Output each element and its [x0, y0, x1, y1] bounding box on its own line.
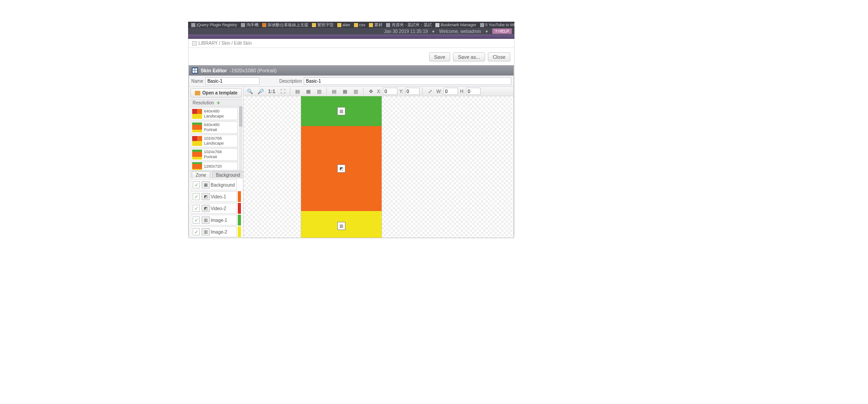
resolution-label: 640x480Landscape [204, 109, 224, 119]
breadcrumb: LIBRARY / Skin / Edit Skin [189, 39, 514, 48]
image-zone-icon: ▥ [337, 222, 345, 230]
bookmark-item[interactable]: css [353, 23, 367, 27]
zone-label: Image-1 [211, 218, 227, 223]
zone-visibility-checkbox[interactable] [193, 205, 200, 212]
zone-type-icon: ▥ [202, 228, 210, 235]
zoom-in-icon[interactable]: 🔍 [245, 87, 255, 95]
help-button[interactable]: ? HELP [492, 28, 512, 34]
x-label: X: [377, 89, 381, 94]
resolution-item[interactable]: 640x480Landscape [191, 108, 238, 120]
zone-item[interactable]: ◩Video-2 [191, 203, 237, 214]
resolution-list: 640x480Landscape640x480Portrait1024x768L… [190, 107, 242, 170]
zone-visibility-checkbox[interactable] [193, 181, 200, 188]
resolution-item[interactable]: 1024x768Landscape [191, 135, 238, 147]
resolution-thumb-icon [192, 162, 202, 170]
save-as-button[interactable]: Save as... [453, 52, 485, 61]
name-label: Name [191, 79, 203, 84]
bookmark-label: Bookmark Manager [441, 23, 476, 27]
zone-list: ▦Background◩Video-1◩Video-2▥Image-1▥Imag… [190, 179, 242, 238]
timestamp-dropdown-icon[interactable]: ▾ [432, 29, 434, 34]
zone-item[interactable]: ▥Image-2 [191, 226, 237, 237]
action-bar: Save Save as... Close [189, 48, 514, 65]
zoom-fit-icon[interactable]: ⛶ [278, 87, 287, 95]
resolution-item[interactable]: 640x480Portrait [191, 121, 238, 134]
favicon [435, 23, 439, 27]
favicon [337, 23, 341, 27]
w-label: W: [436, 89, 442, 94]
side-tabs: Zone Background [190, 170, 242, 179]
bookmark-item[interactable]: 素材 [368, 22, 384, 28]
bookmark-item[interactable]: 淘手機 [240, 22, 260, 28]
tab-zone[interactable]: Zone [192, 171, 210, 179]
align-center-icon[interactable]: ▦ [304, 87, 313, 95]
align-middle-icon[interactable]: ▦ [340, 87, 349, 95]
favicon [369, 23, 373, 27]
zone-visibility-checkbox[interactable] [193, 216, 200, 224]
bookmark-item[interactable]: 資源夾 - 基試夾：基試 [385, 22, 433, 28]
region-image-1[interactable]: ▥ [301, 96, 382, 126]
name-input[interactable] [205, 77, 259, 85]
video-zone-icon: ◩ [337, 164, 345, 173]
zone-item[interactable]: ▥Image-1 [191, 215, 237, 225]
region-video-1[interactable]: ◩ [301, 126, 382, 211]
bookmark-item[interactable]: 探偵數位看板線上支援 [261, 22, 310, 28]
zone-color-stripe [238, 179, 241, 190]
h-label: H: [460, 89, 464, 94]
zoom-actual-icon[interactable]: 1:1 [267, 87, 276, 95]
image-zone-icon: ▥ [337, 107, 345, 115]
bookmark-item[interactable]: Bookmark Manager [434, 23, 478, 27]
resolution-item[interactable]: 1024x768Portrait [191, 148, 238, 161]
zone-label: Video-1 [211, 194, 226, 199]
resolution-item[interactable]: 1280x720 [191, 162, 238, 170]
stage[interactable]: ▥ ◩ ▥ [301, 96, 382, 238]
zone-visibility-checkbox[interactable] [193, 193, 200, 200]
save-button[interactable]: Save [429, 52, 450, 61]
position-icon: ✥ [366, 87, 375, 95]
bookmark-item[interactable]: jQuery Plugin Registry [190, 23, 239, 27]
tab-background[interactable]: Background [212, 171, 244, 179]
align-left-icon[interactable]: ▤ [293, 87, 302, 95]
size-icon: ⤢ [425, 87, 434, 95]
bookmark-label: css [359, 23, 366, 27]
region-image-2[interactable]: ▥ [301, 211, 382, 238]
resolution-scrollbar-thumb[interactable] [239, 107, 242, 127]
add-resolution-icon[interactable]: + [217, 101, 220, 105]
bookmark-label: 素材 [374, 22, 382, 28]
open-template-button[interactable]: Open a template [190, 88, 242, 98]
close-button[interactable]: Close [488, 52, 510, 61]
bookmark-item[interactable]: alan [336, 23, 352, 27]
zone-label: Image-2 [211, 230, 227, 235]
x-input[interactable] [383, 88, 397, 95]
zone-item[interactable]: ▦Background [191, 179, 237, 190]
bookmark-label: 探偵數位看板線上支援 [268, 22, 308, 28]
align-right-icon[interactable]: ▥ [315, 87, 324, 95]
zone-type-icon: ◩ [202, 193, 210, 200]
app-band [188, 34, 514, 39]
bookmark-label: 資源夾 - 基試夾：基試 [392, 22, 432, 28]
zone-label: Video-2 [211, 206, 226, 211]
bookmark-label: 淘手機 [246, 22, 259, 28]
zoom-out-icon[interactable]: 🔎 [256, 87, 265, 95]
align-top-icon[interactable]: ▤ [330, 87, 339, 95]
user-dropdown-icon[interactable]: ▾ [486, 29, 488, 34]
w-input[interactable] [443, 88, 458, 95]
bookmark-item[interactable]: 5 YouTube to MP4 & M [479, 23, 514, 27]
favicon [241, 23, 245, 27]
bookmarks-bar: jQuery Plugin Registry淘手機探偵數位看板線上支援繁照字型a… [188, 22, 514, 28]
resolution-label: 1024x768Landscape [204, 136, 224, 146]
zone-type-icon: ▥ [202, 216, 210, 224]
canvas[interactable]: ▥ ◩ ▥ [244, 96, 514, 238]
panel-header: Skin Editor -1920x1080 (Portrait) [189, 66, 514, 75]
h-input[interactable] [466, 88, 481, 95]
description-input[interactable] [304, 77, 511, 85]
bookmark-item[interactable]: 繁照字型 [311, 22, 335, 28]
zone-visibility-checkbox[interactable] [193, 228, 200, 235]
y-input[interactable] [405, 88, 420, 95]
align-bottom-icon[interactable]: ▥ [351, 87, 360, 95]
home-icon[interactable] [192, 41, 197, 46]
zone-item[interactable]: ◩Video-1 [191, 191, 237, 202]
favicon [191, 23, 195, 27]
favicon [312, 23, 316, 27]
resolution-label: 1280x720 [204, 164, 222, 169]
favicon [480, 23, 484, 27]
